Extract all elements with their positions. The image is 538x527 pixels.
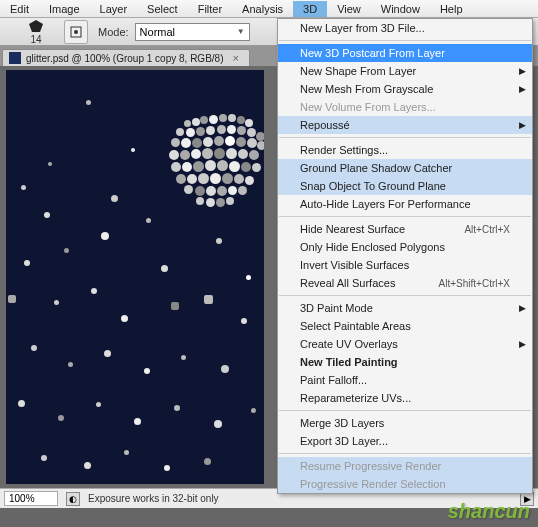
menu-new-mesh-from-grayscale[interactable]: New Mesh From Grayscale▶ xyxy=(278,80,532,98)
tool-sides: 14 xyxy=(30,34,41,45)
3d-menu-dropdown: New Layer from 3D File... New 3D Postcar… xyxy=(277,18,533,494)
menu-create-uv-overlays[interactable]: Create UV Overlays▶ xyxy=(278,335,532,353)
menu-select[interactable]: Select xyxy=(137,1,188,17)
menu-separator xyxy=(279,295,531,296)
menu-view[interactable]: View xyxy=(327,1,371,17)
menu-3d-paint-mode[interactable]: 3D Paint Mode▶ xyxy=(278,299,532,317)
tab-title: glitter.psd @ 100% (Group 1 copy 8, RGB/… xyxy=(26,53,223,64)
chevron-down-icon: ▼ xyxy=(237,27,245,36)
menu-separator xyxy=(279,216,531,217)
menu-new-3d-postcard[interactable]: New 3D Postcard From Layer xyxy=(278,44,532,62)
menu-merge-3d-layers[interactable]: Merge 3D Layers xyxy=(278,414,532,432)
menubar: Edit Image Layer Select Filter Analysis … xyxy=(0,0,538,18)
status-info-icon[interactable]: ◐ xyxy=(66,492,80,506)
menu-render-settings[interactable]: Render Settings... xyxy=(278,141,532,159)
mode-select[interactable]: Normal ▼ xyxy=(135,23,250,41)
menu-new-layer-from-3d-file[interactable]: New Layer from 3D File... xyxy=(278,19,532,37)
tab-close-icon[interactable]: × xyxy=(228,52,238,64)
submenu-arrow-icon: ▶ xyxy=(519,339,526,349)
watermark: shancun xyxy=(448,500,530,523)
submenu-arrow-icon: ▶ xyxy=(519,84,526,94)
menu-image[interactable]: Image xyxy=(39,1,90,17)
menu-auto-hide-layers[interactable]: Auto-Hide Layers For Performance xyxy=(278,195,532,213)
menu-only-hide-enclosed[interactable]: Only Hide Enclosed Polygons xyxy=(278,238,532,256)
menu-new-shape-from-layer[interactable]: New Shape From Layer▶ xyxy=(278,62,532,80)
menu-separator xyxy=(279,453,531,454)
menu-progressive-render-selection: Progressive Render Selection xyxy=(278,475,532,493)
menu-new-volume-from-layers: New Volume From Layers... xyxy=(278,98,532,116)
document-tab[interactable]: glitter.psd @ 100% (Group 1 copy 8, RGB/… xyxy=(2,49,250,66)
mode-value: Normal xyxy=(140,26,175,38)
menu-3d[interactable]: 3D xyxy=(293,1,327,17)
menu-snap-object-ground[interactable]: Snap Object To Ground Plane xyxy=(278,177,532,195)
menu-separator xyxy=(279,410,531,411)
svg-point-2 xyxy=(74,30,78,34)
menu-window[interactable]: Window xyxy=(371,1,430,17)
menu-export-3d-layer[interactable]: Export 3D Layer... xyxy=(278,432,532,450)
menu-separator xyxy=(279,137,531,138)
menu-new-tiled-painting[interactable]: New Tiled Painting xyxy=(278,353,532,371)
menu-resume-progressive-render: Resume Progressive Render xyxy=(278,457,532,475)
submenu-arrow-icon: ▶ xyxy=(519,66,526,76)
menu-separator xyxy=(279,40,531,41)
menu-select-paintable-areas[interactable]: Select Paintable Areas xyxy=(278,317,532,335)
polygon-tool-icon[interactable] xyxy=(26,18,46,34)
svg-marker-0 xyxy=(29,20,43,32)
menu-filter[interactable]: Filter xyxy=(188,1,232,17)
menu-hide-nearest-surface[interactable]: Hide Nearest SurfaceAlt+Ctrl+X xyxy=(278,220,532,238)
ps-file-icon xyxy=(9,52,21,64)
submenu-arrow-icon: ▶ xyxy=(519,120,526,130)
menu-help[interactable]: Help xyxy=(430,1,473,17)
menu-ground-plane-shadow[interactable]: Ground Plane Shadow Catcher xyxy=(278,159,532,177)
menu-edit[interactable]: Edit xyxy=(0,1,39,17)
menu-repousse[interactable]: Repoussé▶ xyxy=(278,116,532,134)
menu-paint-falloff[interactable]: Paint Falloff... xyxy=(278,371,532,389)
tool-option-icon[interactable] xyxy=(64,20,88,44)
mode-label: Mode: xyxy=(98,26,129,38)
menu-analysis[interactable]: Analysis xyxy=(232,1,293,17)
zoom-input[interactable]: 100% xyxy=(4,491,58,506)
menu-layer[interactable]: Layer xyxy=(90,1,138,17)
submenu-arrow-icon: ▶ xyxy=(519,303,526,313)
canvas-viewport[interactable] xyxy=(6,70,264,484)
menu-invert-visible-surfaces[interactable]: Invert Visible Surfaces xyxy=(278,256,532,274)
menu-reveal-all-surfaces[interactable]: Reveal All SurfacesAlt+Shift+Ctrl+X xyxy=(278,274,532,292)
menu-reparameterize-uvs[interactable]: Reparameterize UVs... xyxy=(278,389,532,407)
